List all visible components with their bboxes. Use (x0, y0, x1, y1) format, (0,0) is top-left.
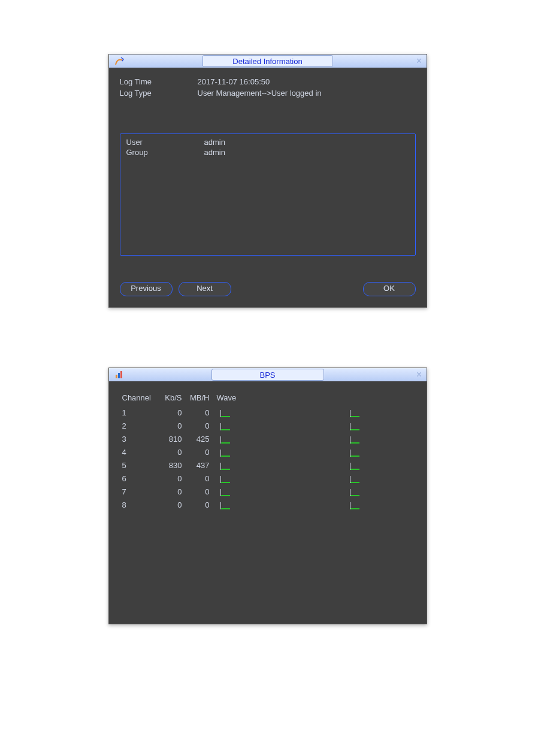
header-wave: Wave (217, 393, 246, 402)
cell-mbh: 0 (186, 408, 210, 417)
log-type-label: Log Type (120, 89, 198, 98)
wave-end-icon (350, 487, 359, 496)
cell-mbh: 0 (186, 500, 210, 509)
wave-start-icon (220, 408, 230, 417)
cell-kbs: 0 (158, 421, 182, 430)
log-time-label: Log Time (120, 77, 198, 86)
wave-end-icon (350, 434, 359, 444)
cell-channel: 6 (122, 474, 158, 483)
next-button[interactable]: Next (179, 282, 231, 296)
bps-dialog: BPS × Channel Kb/S MB/H Wave 10020038104… (108, 368, 427, 624)
cell-channel: 3 (122, 435, 158, 444)
titlebar: BPS × (109, 368, 427, 381)
app-icon (113, 56, 127, 66)
cell-channel: 7 (122, 487, 158, 496)
cell-kbs: 830 (158, 461, 182, 470)
wave-start-icon (220, 447, 230, 457)
cell-channel: 1 (122, 408, 158, 417)
header-mbh: MB/H (186, 393, 210, 402)
app-icon (113, 369, 127, 380)
table-row: 100 (122, 406, 427, 419)
titlebar: Detailed Information × (109, 54, 427, 68)
cell-channel: 5 (122, 461, 158, 470)
wave-start-icon (220, 421, 230, 430)
log-type-value: User Management-->User logged in (198, 89, 322, 98)
wave-end-icon (350, 500, 359, 509)
close-icon[interactable]: × (415, 370, 424, 379)
cell-mbh: 0 (186, 421, 210, 430)
wave-start-icon (220, 500, 230, 509)
cell-kbs: 0 (158, 487, 182, 496)
cell-kbs: 0 (158, 474, 182, 483)
svg-rect-2 (120, 371, 122, 378)
cell-mbh: 0 (186, 474, 210, 483)
button-row: Previous Next OK (120, 282, 416, 296)
cell-kbs: 0 (158, 448, 182, 457)
table-row: 3810425 (122, 432, 427, 445)
cell-channel: 8 (122, 500, 158, 509)
table-row: 5830437 (122, 459, 427, 472)
log-time-value: 2017-11-07 16:05:50 (198, 77, 270, 86)
wave-end-icon (350, 447, 359, 457)
detail-box: User admin Group admin (120, 133, 416, 256)
cell-channel: 2 (122, 421, 158, 430)
ok-button[interactable]: OK (363, 282, 416, 296)
table-row: 700 (122, 485, 427, 498)
header-kbs: Kb/S (158, 393, 182, 402)
cell-mbh: 0 (186, 448, 210, 457)
log-time-row: Log Time 2017-11-07 16:05:50 (120, 77, 416, 86)
detailed-information-dialog: Detailed Information × Log Time 2017-11-… (108, 54, 427, 308)
dialog-title: Detailed Information (202, 55, 333, 67)
group-label: Group (126, 148, 204, 157)
cell-kbs: 810 (158, 435, 182, 444)
log-type-row: Log Type User Management-->User logged i… (120, 89, 416, 98)
user-label: User (126, 138, 204, 147)
wave-end-icon (350, 473, 359, 483)
table-row: 800 (122, 498, 427, 511)
table-row: 200 (122, 419, 427, 432)
cell-kbs: 0 (158, 500, 182, 509)
wave-start-icon (220, 487, 230, 496)
table-row: 400 (122, 445, 427, 459)
wave-end-icon (350, 408, 359, 417)
wave-start-icon (220, 473, 230, 483)
cell-kbs: 0 (158, 408, 182, 417)
cell-mbh: 0 (186, 487, 210, 496)
group-value: admin (204, 148, 225, 157)
svg-rect-0 (116, 375, 117, 378)
previous-button[interactable]: Previous (120, 282, 173, 296)
cell-channel: 4 (122, 448, 158, 457)
bps-header-row: Channel Kb/S MB/H Wave (122, 393, 427, 402)
wave-start-icon (220, 460, 230, 470)
header-channel: Channel (122, 393, 158, 402)
table-row: 600 (122, 472, 427, 485)
wave-start-icon (220, 434, 230, 444)
svg-rect-1 (118, 373, 120, 378)
wave-end-icon (350, 460, 359, 470)
close-icon[interactable]: × (415, 56, 424, 66)
dialog-title: BPS (211, 369, 324, 381)
wave-end-icon (350, 421, 359, 430)
cell-mbh: 437 (186, 461, 210, 470)
cell-mbh: 425 (186, 435, 210, 444)
user-value: admin (204, 138, 225, 147)
